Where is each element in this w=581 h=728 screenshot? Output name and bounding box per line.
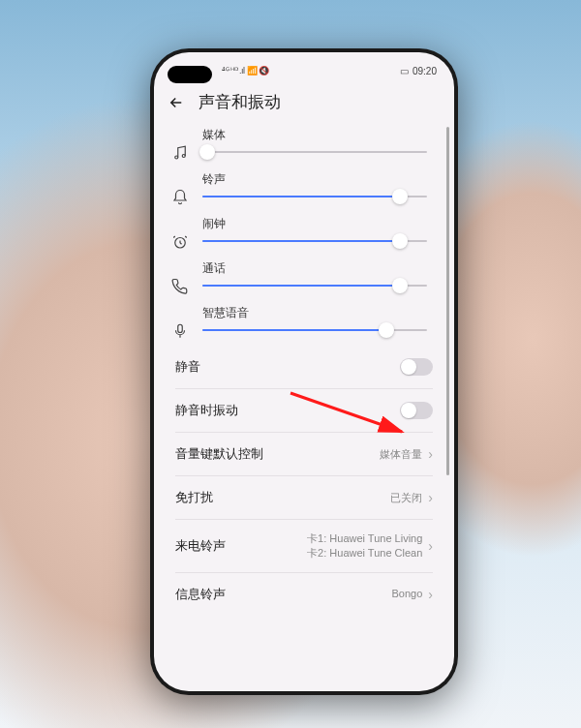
slider-voice: 智慧语音 [154,301,454,346]
slider-label: 智慧语音 [202,305,427,321]
dnd-label: 免打扰 [175,489,213,506]
row-mute: 静音 [154,346,454,388]
row-dnd[interactable]: 免打扰 已关闭 › [154,476,454,519]
row-ringtone[interactable]: 来电铃声 卡1: Huawei Tune Living 卡2: Huawei T… [154,520,454,572]
battery-icon: ▭ [400,66,409,76]
ringtone-slider[interactable] [202,196,427,197]
music-note-icon [171,144,189,162]
alarm-clock-icon [171,233,189,251]
ringtone-label: 来电铃声 [175,537,226,555]
signal-indicator: ⁴ᴳ ᴴᴰ .ıl 📶 🔇 [222,66,269,76]
vibrate-label: 静音时振动 [175,402,238,419]
slider-label: 闹钟 [202,216,427,232]
camera-cutout [168,66,212,83]
clock: 09:20 [413,66,437,76]
slider-ringtone: 铃声 [154,167,454,212]
row-sms-tone[interactable]: 信息铃声 Bongo › [154,573,454,616]
scrollbar[interactable] [446,127,449,475]
phone-device: ⁴ᴳ ᴴᴰ .ıl 📶 🔇 ▭ 09:20 声音和振动 媒体 [150,48,458,695]
bell-icon [171,189,189,206]
page-header: 声音和振动 [154,85,454,123]
slider-call: 通话 [154,257,454,301]
back-button[interactable] [168,94,185,111]
screen: ⁴ᴳ ᴴᴰ .ıl 📶 🔇 ▭ 09:20 声音和振动 媒体 [154,52,454,691]
svg-point-0 [175,156,178,159]
slider-media: 媒体 [154,123,454,167]
volume-key-label: 音量键默认控制 [175,445,263,463]
volume-key-value: 媒体音量 [380,447,422,462]
sms-label: 信息铃声 [175,586,226,603]
vibrate-toggle[interactable] [400,402,433,419]
mute-label: 静音 [175,358,200,376]
chevron-right-icon: › [428,538,433,554]
content-scroll[interactable]: 媒体 铃声 [154,123,454,688]
row-volume-key[interactable]: 音量键默认控制 媒体音量 › [154,433,454,475]
microphone-icon [171,322,189,340]
media-slider[interactable] [202,151,427,153]
svg-point-1 [182,155,185,158]
page-title: 声音和振动 [199,91,281,113]
slider-label: 媒体 [202,127,427,143]
ringtone-value: 卡1: Huawei Tune Living 卡2: Huawei Tune C… [307,531,422,561]
slider-label: 通话 [202,260,427,277]
sms-value: Bongo [392,587,423,601]
phone-icon [171,278,189,295]
voice-slider[interactable] [202,329,427,331]
chevron-right-icon: › [428,446,433,462]
chevron-right-icon: › [428,587,433,602]
call-slider[interactable] [202,285,427,287]
dnd-value: 已关闭 [390,491,422,505]
chevron-right-icon: › [428,490,433,505]
slider-alarm: 闹钟 [154,212,454,257]
slider-label: 铃声 [202,171,427,188]
svg-rect-3 [178,324,183,332]
row-vibrate-on-mute: 静音时振动 [154,389,454,432]
mute-toggle[interactable] [400,358,433,376]
alarm-slider[interactable] [202,240,427,242]
